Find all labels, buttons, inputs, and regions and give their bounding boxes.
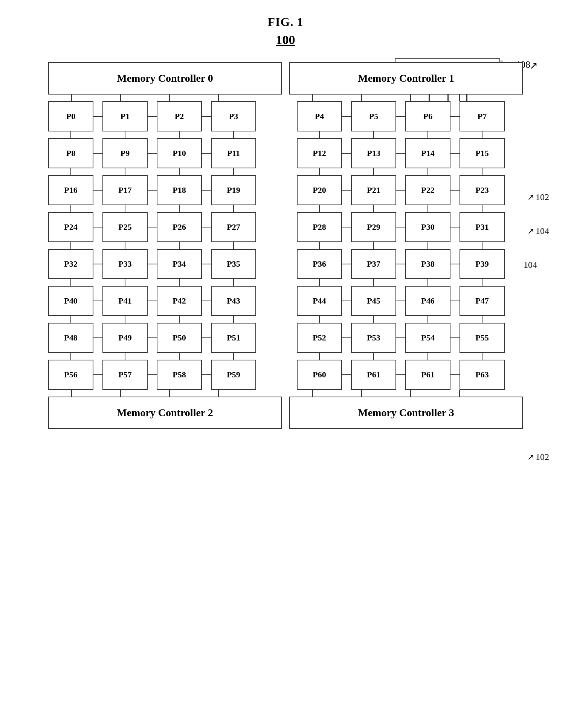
v-line xyxy=(373,353,374,360)
v-line xyxy=(70,131,72,138)
v-line xyxy=(179,242,180,249)
h-connector xyxy=(202,190,211,191)
proc-p56: P56 xyxy=(48,360,93,390)
proc-p24: P24 xyxy=(48,212,93,242)
proc-p16: P16 xyxy=(48,175,93,205)
ref-label-104: 104 xyxy=(524,260,537,270)
proc-p22: P22 xyxy=(405,175,450,205)
proc-p6: P6 xyxy=(405,101,450,131)
v-conn-row xyxy=(297,131,523,138)
v-line xyxy=(179,131,180,138)
left-proc-row-0: P0P1P2P3 xyxy=(48,101,274,131)
proc-p33: P33 xyxy=(102,249,148,279)
proc-p19: P19 xyxy=(211,175,256,205)
v-conn-row xyxy=(48,131,274,138)
h-connector xyxy=(202,227,211,228)
h-connector xyxy=(342,116,351,117)
h-connector xyxy=(342,227,351,228)
proc-p7: P7 xyxy=(460,101,505,131)
bottom-mc-row: Memory Controller 2Memory Controller 3 xyxy=(48,397,523,429)
h-connector xyxy=(202,264,211,265)
proc-p41: P41 xyxy=(102,286,148,316)
v-line xyxy=(319,353,320,360)
v-line xyxy=(125,168,126,175)
v-line xyxy=(319,279,320,286)
proc-p44: P44 xyxy=(297,286,342,316)
proc-p13: P13 xyxy=(351,138,396,168)
v-line xyxy=(179,316,180,323)
right-proc-row-6: P52P53P54P55 xyxy=(297,323,523,353)
proc-p57: P57 xyxy=(102,360,148,390)
proc-p63: P63 xyxy=(460,360,505,390)
right-proc-row-3: P28P29P30P31 xyxy=(297,212,523,242)
left-proc-row-1: P8P9P10P11 xyxy=(48,138,274,168)
v-line xyxy=(427,242,429,249)
proc-p31: P31 xyxy=(460,212,505,242)
v-line xyxy=(482,316,483,323)
bottom-mc-area: Memory Controller 2Memory Controller 3 xyxy=(48,390,523,429)
v-line xyxy=(482,242,483,249)
v-line xyxy=(70,279,72,286)
right-proc-row-7: P60P61P61P63 xyxy=(297,360,523,390)
proc-p36: P36 xyxy=(297,249,342,279)
proc-p55: P55 xyxy=(460,323,505,353)
v-connector xyxy=(410,390,411,397)
h-connector xyxy=(342,337,351,339)
v-line xyxy=(233,316,234,323)
h-connector xyxy=(450,153,460,154)
v-conn-row xyxy=(297,279,523,286)
h-connector xyxy=(148,227,157,228)
v-line xyxy=(482,131,483,138)
h-connector xyxy=(450,116,460,117)
v-connector xyxy=(361,390,362,397)
right-proc-row-1: P12P13P14P15 xyxy=(297,138,523,168)
h-connector xyxy=(202,337,211,339)
proc-p21: P21 xyxy=(351,175,396,205)
v-conn-row xyxy=(297,168,523,175)
h-connector xyxy=(342,264,351,265)
v-line xyxy=(482,279,483,286)
v-line xyxy=(70,205,72,212)
h-connector xyxy=(148,264,157,265)
proc-p26: P26 xyxy=(157,212,202,242)
ref-label-104: ↗104 xyxy=(527,226,549,236)
h-connector xyxy=(450,337,460,339)
h-connector xyxy=(396,301,405,302)
proc-p15: P15 xyxy=(460,138,505,168)
h-connector xyxy=(342,374,351,375)
mc3-box: Memory Controller 3 xyxy=(289,397,523,429)
mc1-box: Memory Controller 1 xyxy=(289,62,523,95)
h-connector xyxy=(148,153,157,154)
v-line xyxy=(125,353,126,360)
proc-p61: P61 xyxy=(351,360,396,390)
proc-p20: P20 xyxy=(297,175,342,205)
ref-label-102: ↗102 xyxy=(527,192,549,202)
main-diagram: 108 ↗ Memory Controller 0 Memory Control… xyxy=(23,58,548,429)
h-connector xyxy=(93,190,102,191)
proc-p0: P0 xyxy=(48,101,93,131)
proc-p39: P39 xyxy=(460,249,505,279)
v-line xyxy=(125,316,126,323)
proc-p35: P35 xyxy=(211,249,256,279)
page: FIG. 1 100 108 ↗ xyxy=(0,0,571,728)
h-connector xyxy=(148,116,157,117)
mc-to-proc-connectors xyxy=(48,95,523,101)
v-line xyxy=(125,131,126,138)
h-connector xyxy=(450,227,460,228)
v-line xyxy=(427,205,429,212)
v-conn-row xyxy=(48,242,274,249)
proc-p18: P18 xyxy=(157,175,202,205)
proc-p27: P27 xyxy=(211,212,256,242)
fig-number: 100 xyxy=(23,33,548,47)
proc-p2: P2 xyxy=(157,101,202,131)
v-line xyxy=(179,279,180,286)
h-connector xyxy=(396,153,405,154)
left-proc-row-6: P48P49P50P51 xyxy=(48,323,274,353)
v-line xyxy=(482,205,483,212)
h-connector xyxy=(93,337,102,339)
right-proc-row-2: P20P21P22P23 xyxy=(297,175,523,205)
v-line xyxy=(70,168,72,175)
v-line xyxy=(427,131,429,138)
proc-p11: P11 xyxy=(211,138,256,168)
right-proc-row-5: P44P45P46P47 xyxy=(297,286,523,316)
